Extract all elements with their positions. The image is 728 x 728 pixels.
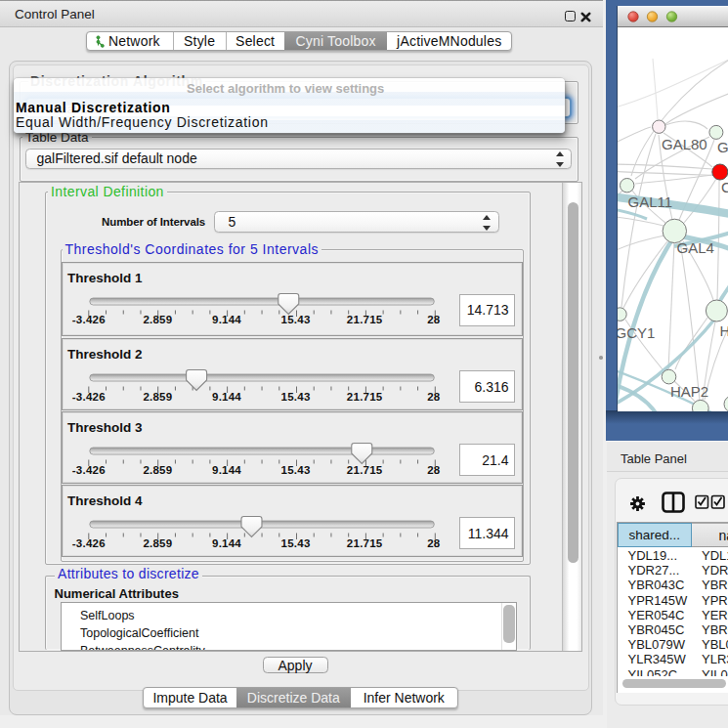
svg-text:GA: GA (717, 139, 728, 155)
svg-text:C: C (721, 179, 728, 195)
svg-text:HAP2: HAP2 (670, 383, 708, 400)
svg-text:GCY1: GCY1 (618, 324, 655, 341)
svg-text:GAL80: GAL80 (662, 136, 707, 152)
svg-text:GAL11: GAL11 (628, 193, 673, 210)
svg-text:GAL4: GAL4 (677, 239, 714, 256)
svg-text:H: H (720, 322, 728, 339)
